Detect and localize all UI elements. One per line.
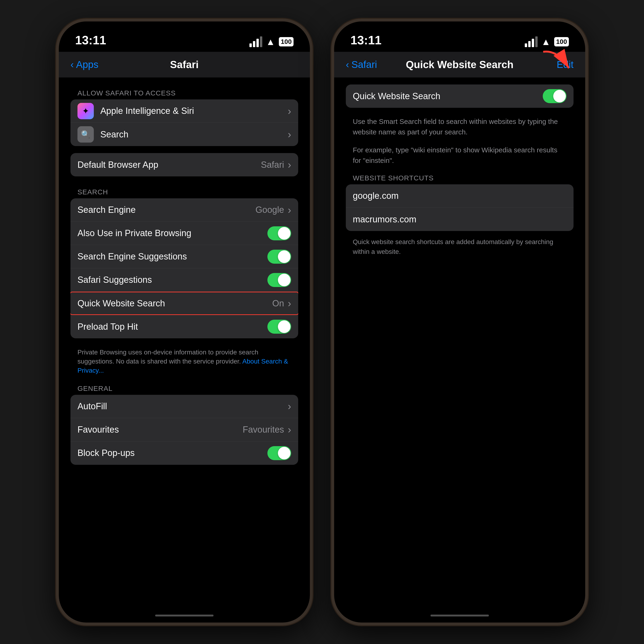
quick-website-search-chevron xyxy=(288,297,291,309)
safari-suggestions-knob xyxy=(278,274,291,286)
search-engine-row[interactable]: Search Engine Google xyxy=(70,198,298,222)
signal-icon-2 xyxy=(525,36,538,47)
macrumors-shortcut-label: macrumors.com xyxy=(353,214,416,224)
phone-1: 13:11 ▲ 100 ‹ Apps Safari xyxy=(56,19,313,625)
search-group: Search Engine Google Also Use in Private… xyxy=(70,198,298,338)
shortcuts-section-label: WEBSITE SHORTCUTS xyxy=(346,169,574,184)
phone-2: 13:11 ▲ 100 ‹ Safari Quick Website S xyxy=(331,19,588,625)
default-browser-row[interactable]: Default Browser App Safari xyxy=(70,153,298,176)
safari-suggestions-label: Safari Suggestions xyxy=(77,275,267,285)
quick-website-search-value: On xyxy=(272,298,284,308)
qws-description-1: Use the Smart Search field to search wit… xyxy=(346,112,574,141)
search-row-icon: 🔍 xyxy=(77,126,94,143)
nav-bar-2: ‹ Safari Quick Website Search Edit xyxy=(334,52,585,77)
status-time-1: 13:11 xyxy=(75,33,106,47)
private-browsing-label: Also Use in Private Browsing xyxy=(77,228,267,238)
allow-section-label: ALLOW SAFARI TO ACCESS xyxy=(70,84,298,99)
search-engine-chevron xyxy=(288,204,291,216)
nav-bar-1: ‹ Apps Safari xyxy=(59,52,310,77)
qws-description-2: For example, type "wiki einstein" to sho… xyxy=(346,141,574,169)
status-icons-1: ▲ 100 xyxy=(249,36,294,47)
wifi-icon-1: ▲ xyxy=(266,37,275,47)
nav-title-2: Quick Website Search xyxy=(406,59,513,70)
status-icons-2: ▲ 100 xyxy=(525,36,569,47)
qws-toggle-row[interactable]: Quick Website Search xyxy=(346,84,574,108)
search-engine-value: Google xyxy=(255,205,284,215)
battery-1: 100 xyxy=(279,37,294,46)
quick-website-search-row[interactable]: Quick Website Search On xyxy=(70,292,298,315)
home-indicator-2 xyxy=(334,609,585,623)
quick-website-search-label: Quick Website Search xyxy=(77,298,272,308)
allow-group: ✦ Apple Intelligence & Siri 🔍 Search xyxy=(70,99,298,146)
apple-intelligence-chevron xyxy=(288,105,291,117)
qws-toggle-label: Quick Website Search xyxy=(353,91,543,101)
battery-2: 100 xyxy=(554,37,569,46)
favourites-row[interactable]: Favourites Favourites xyxy=(70,418,298,441)
favourites-value: Favourites xyxy=(243,425,284,435)
shortcuts-group: google.com macrumors.com xyxy=(346,184,574,231)
home-indicator-1 xyxy=(59,609,310,623)
block-popups-toggle[interactable] xyxy=(267,446,291,460)
search-footer-note: Private Browsing uses on-device informat… xyxy=(70,345,298,380)
red-arrow-indicator xyxy=(534,47,576,78)
apple-intelligence-label: Apple Intelligence & Siri xyxy=(100,106,288,116)
signal-icon-1 xyxy=(249,36,262,47)
content-2: Quick Website Search Use the Smart Searc… xyxy=(334,77,585,609)
apple-intelligence-row[interactable]: ✦ Apple Intelligence & Siri xyxy=(70,99,298,123)
content-1: ALLOW SAFARI TO ACCESS ✦ Apple Intellige… xyxy=(59,77,310,609)
macrumors-shortcut-row[interactable]: macrumors.com xyxy=(346,208,574,231)
status-bar-1: 13:11 ▲ 100 xyxy=(59,21,310,52)
default-browser-label: Default Browser App xyxy=(77,160,261,170)
favourites-chevron xyxy=(288,424,291,435)
block-popups-knob xyxy=(278,447,291,459)
nav-back-1[interactable]: ‹ Apps xyxy=(70,59,98,70)
apple-intelligence-icon: ✦ xyxy=(77,103,94,119)
block-popups-label: Block Pop-ups xyxy=(77,448,267,458)
safari-suggestions-toggle[interactable] xyxy=(267,273,291,287)
search-chevron xyxy=(288,129,291,140)
search-row[interactable]: 🔍 Search xyxy=(70,123,298,146)
engine-suggestions-toggle[interactable] xyxy=(267,250,291,264)
google-shortcut-label: google.com xyxy=(353,191,399,201)
nav-title-1: Safari xyxy=(170,59,199,70)
default-browser-value: Safari xyxy=(261,160,284,170)
preload-top-hit-toggle[interactable] xyxy=(267,320,291,334)
back-label-2[interactable]: Safari xyxy=(351,59,377,70)
autofill-row[interactable]: AutoFill xyxy=(70,395,298,418)
qws-toggle[interactable] xyxy=(543,89,567,103)
status-time-2: 13:11 xyxy=(350,33,381,47)
engine-suggestions-row[interactable]: Search Engine Suggestions xyxy=(70,245,298,268)
block-popups-row[interactable]: Block Pop-ups xyxy=(70,441,298,465)
nav-back-2[interactable]: ‹ Safari xyxy=(346,59,377,70)
autofill-chevron xyxy=(288,400,291,412)
home-bar-1 xyxy=(155,615,213,616)
safari-suggestions-row[interactable]: Safari Suggestions xyxy=(70,268,298,292)
back-label-1[interactable]: Apps xyxy=(76,59,98,70)
engine-suggestions-knob xyxy=(278,250,291,263)
private-browsing-toggle[interactable] xyxy=(267,226,291,240)
qws-toggle-group: Quick Website Search xyxy=(346,84,574,108)
favourites-label: Favourites xyxy=(77,425,243,435)
private-browsing-row[interactable]: Also Use in Private Browsing xyxy=(70,222,298,245)
search-engine-label: Search Engine xyxy=(77,205,255,215)
back-chevron-2: ‹ xyxy=(346,59,349,70)
google-shortcut-row[interactable]: google.com xyxy=(346,184,574,208)
general-section-label: GENERAL xyxy=(70,380,298,395)
preload-top-hit-knob xyxy=(278,320,291,333)
search-section-label: SEARCH xyxy=(70,183,298,198)
default-browser-group: Default Browser App Safari xyxy=(70,153,298,176)
qws-toggle-knob xyxy=(553,90,566,102)
preload-top-hit-row[interactable]: Preload Top Hit xyxy=(70,315,298,338)
back-chevron-1: ‹ xyxy=(70,59,74,70)
preload-top-hit-label: Preload Top Hit xyxy=(77,322,267,332)
default-browser-chevron xyxy=(288,159,291,171)
private-browsing-knob xyxy=(278,227,291,240)
autofill-label: AutoFill xyxy=(77,401,288,411)
engine-suggestions-label: Search Engine Suggestions xyxy=(77,252,267,262)
general-group: AutoFill Favourites Favourites Block Pop… xyxy=(70,395,298,465)
search-label: Search xyxy=(100,129,288,140)
wifi-icon-2: ▲ xyxy=(541,37,551,47)
home-bar-2 xyxy=(431,615,489,616)
shortcuts-footer-note: Quick website search shortcuts are added… xyxy=(346,235,574,259)
